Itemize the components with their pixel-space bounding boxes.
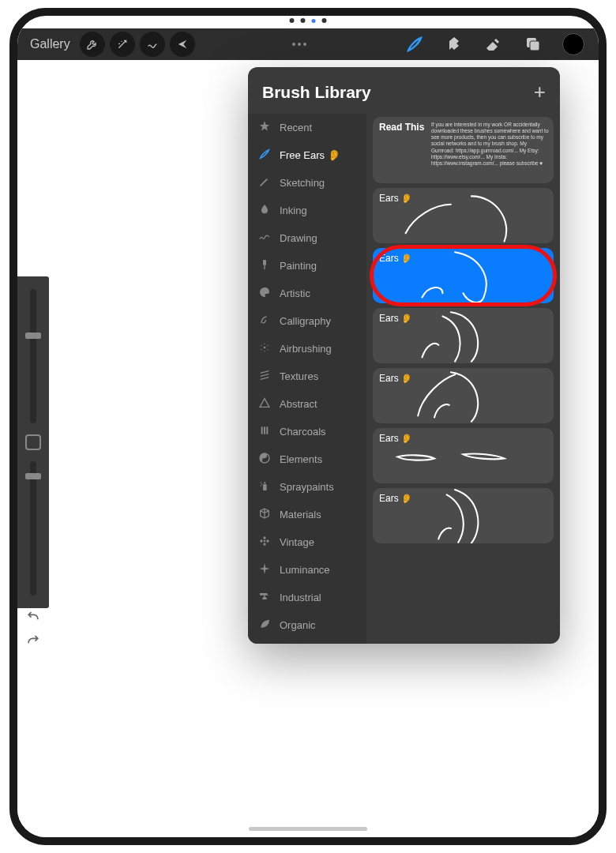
category-elements[interactable]: Elements [248,445,366,473]
category-label: Calligraphy [280,315,331,327]
category-inking[interactable]: Inking [248,197,366,224]
gallery-button[interactable]: Gallery [25,37,75,51]
category-artistic[interactable]: Artistic [248,280,366,307]
triangle-icon [257,396,272,411]
side-sliders [17,276,49,608]
svg-rect-6 [264,265,265,269]
brush-item[interactable]: Ears👂 [373,188,554,243]
brush-tool-button[interactable] [404,34,425,54]
star-icon [257,120,272,135]
brush-item[interactable]: Ears👂 [373,428,554,483]
selection-button[interactable] [140,32,165,57]
smudge-tool-button[interactable] [444,34,464,54]
category-drawing[interactable]: Drawing [248,224,366,252]
cube-icon [257,507,272,522]
home-indicator [249,827,367,831]
category-water[interactable]: Water [248,639,366,644]
category-free-ears-[interactable]: Free Ears 👂 [248,141,366,169]
category-label: Sketching [280,177,325,189]
brush-item[interactable]: Ears👂 [373,368,554,423]
svg-point-13 [264,351,265,351]
layers-button[interactable] [523,34,543,54]
charcoal-icon [257,424,272,439]
brush-item[interactable]: Ears👂 [373,308,554,363]
category-sketching[interactable]: Sketching [248,169,366,197]
svg-point-12 [264,344,265,344]
actions-wrench-button[interactable] [80,32,105,57]
device-sensors [290,18,327,23]
brush-icon [257,148,272,163]
popover-title: Brush Library [262,83,371,102]
modify-dots-button[interactable] [200,42,400,47]
category-organic[interactable]: Organic [248,611,366,639]
brush-item[interactable]: Ears👂 [373,488,554,543]
category-charcoals[interactable]: Charcoals [248,418,366,445]
category-textures[interactable]: Textures [248,363,366,390]
category-luminance[interactable]: Luminance [248,556,366,584]
brush-label: Ears👂 [379,373,412,384]
category-airbrushing[interactable]: Airbrushing [248,335,366,363]
anvil-icon [257,590,272,605]
category-label: Inking [280,205,307,216]
category-label: Textures [280,370,318,382]
category-painting[interactable]: Painting [248,252,366,280]
category-materials[interactable]: Materials [248,501,366,528]
brush-label: Read This [379,122,424,133]
top-toolbar: Gallery [17,28,599,60]
adjustments-wand-button[interactable] [110,32,135,57]
category-vintage[interactable]: Vintage [248,528,366,556]
svg-point-21 [263,536,265,539]
redo-button[interactable] [25,632,41,648]
undo-button[interactable] [25,608,41,624]
svg-point-2 [303,43,306,46]
color-picker-button[interactable] [562,33,584,55]
transform-arrow-button[interactable] [170,32,195,57]
brush-list[interactable]: Read ThisIf you are interested in my wor… [366,114,560,644]
modify-square-button[interactable] [25,434,41,450]
brush-item[interactable]: Ears👂 [373,248,554,303]
flower-icon [257,535,272,550]
category-industrial[interactable]: Industrial [248,584,366,611]
category-spraypaints[interactable]: Spraypaints [248,473,366,501]
brush-opacity-slider[interactable] [30,461,36,596]
palette-icon [257,286,272,301]
paint-icon [257,258,272,273]
sparkle-icon [257,562,272,577]
svg-point-17 [261,482,261,483]
category-abstract[interactable]: Abstract [248,390,366,418]
category-label: Organic [280,619,316,631]
calli-icon [257,314,272,329]
category-label: Industrial [280,592,321,603]
spray-icon [257,479,272,494]
svg-point-8 [261,345,261,346]
add-brush-button[interactable]: + [534,80,546,104]
category-label: Elements [280,453,322,465]
brush-category-list[interactable]: RecentFree Ears 👂SketchingInkingDrawingP… [248,114,366,644]
svg-point-10 [261,349,261,350]
category-label: Charcoals [280,426,326,438]
drop-icon [257,203,272,218]
svg-point-0 [292,43,295,46]
svg-point-9 [267,345,268,346]
brush-label: Ears👂 [379,493,412,504]
svg-rect-5 [263,260,266,265]
air-icon [257,341,272,356]
svg-point-19 [261,485,261,486]
svg-point-18 [261,483,262,484]
category-recent[interactable]: Recent [248,114,366,141]
brush-label: Ears👂 [379,193,412,204]
category-calligraphy[interactable]: Calligraphy [248,307,366,335]
brush-label: Ears👂 [379,313,412,324]
brush-description: If you are interested in my work OR acci… [431,122,549,167]
brush-opacity-thumb[interactable] [25,473,41,479]
svg-point-1 [298,43,301,46]
leaf-icon [257,618,272,633]
svg-point-23 [260,539,262,542]
eraser-tool-button[interactable] [483,34,504,54]
svg-rect-4 [530,41,539,51]
brush-size-thumb[interactable] [25,333,41,339]
brush-item[interactable]: Read ThisIf you are interested in my wor… [373,117,554,183]
category-label: Painting [280,260,317,272]
category-label: Airbrushing [280,343,332,355]
brush-size-slider[interactable] [30,289,36,423]
